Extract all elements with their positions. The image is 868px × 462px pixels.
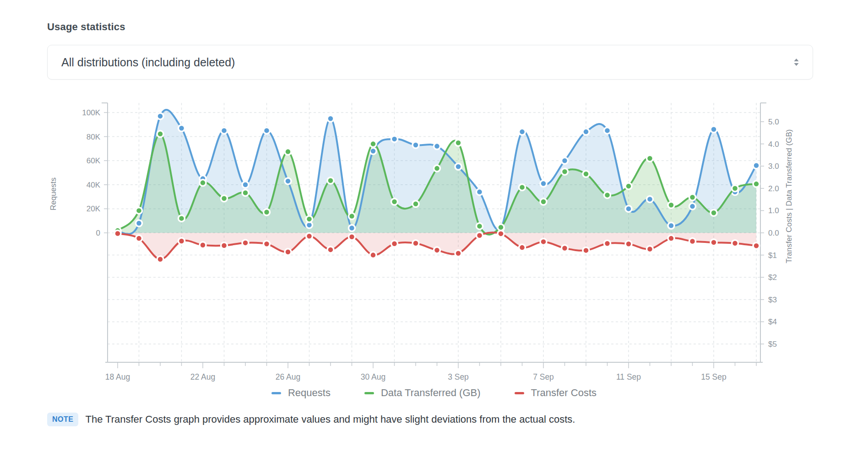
legend-dash-icon — [271, 392, 281, 394]
svg-text:18 Aug: 18 Aug — [105, 372, 130, 381]
svg-text:80K: 80K — [87, 133, 101, 141]
svg-text:7 Sep: 7 Sep — [533, 372, 554, 381]
legend-item-label: Data Transferred (GB) — [381, 387, 481, 399]
distribution-filter-value: All distributions (including deleted) — [61, 56, 235, 69]
right-axis-title: Transfer Costs | Data Transferred (GB) — [785, 129, 793, 263]
legend-item-label: Requests — [288, 387, 331, 399]
svg-text:4.0: 4.0 — [768, 140, 779, 149]
svg-text:5.0: 5.0 — [768, 118, 779, 126]
svg-text:26 Aug: 26 Aug — [276, 372, 301, 381]
svg-text:0.0: 0.0 — [768, 229, 779, 237]
svg-text:11 Sep: 11 Sep — [616, 372, 641, 381]
dropdown-updown-icon — [793, 57, 800, 67]
svg-text:3 Sep: 3 Sep — [448, 372, 469, 381]
usage-statistics-page: Usage statistics All distributions (incl… — [0, 0, 868, 462]
svg-text:$4: $4 — [768, 317, 777, 326]
legend-item-data-transferred-gb[interactable]: Data Transferred (GB) — [364, 387, 481, 399]
svg-text:30 Aug: 30 Aug — [361, 372, 386, 381]
svg-text:40K: 40K — [87, 181, 101, 189]
left-axis-title: Requests — [49, 177, 58, 210]
legend-dash-icon — [515, 392, 524, 394]
svg-text:100K: 100K — [82, 108, 100, 117]
page-title: Usage statistics — [0, 0, 868, 33]
svg-text:22 Aug: 22 Aug — [190, 372, 216, 381]
note-text: The Transfer Costs graph provides approx… — [85, 414, 575, 425]
note-row: NOTE The Transfer Costs graph provides a… — [47, 413, 868, 426]
legend-dash-icon — [364, 392, 374, 394]
svg-text:$5: $5 — [768, 340, 777, 349]
svg-text:$1: $1 — [768, 251, 777, 260]
distribution-filter-dropdown[interactable]: All distributions (including deleted) — [47, 45, 813, 80]
legend-item-label: Transfer Costs — [531, 387, 597, 399]
legend-item-requests[interactable]: Requests — [271, 387, 331, 399]
note-badge: NOTE — [47, 413, 78, 426]
svg-text:$3: $3 — [768, 295, 777, 304]
svg-text:1.0: 1.0 — [768, 206, 779, 215]
svg-text:20K: 20K — [87, 204, 101, 213]
svg-text:15 Sep: 15 Sep — [701, 372, 726, 381]
svg-text:0: 0 — [96, 229, 100, 237]
svg-text:2.0: 2.0 — [768, 184, 779, 193]
svg-text:$2: $2 — [768, 273, 777, 282]
chart-legend: RequestsData Transferred (GB)Transfer Co… — [0, 387, 868, 399]
svg-text:60K: 60K — [87, 156, 101, 165]
usage-chart-svg: 020K40K60K80K100K0.01.02.03.04.05.0$1$2$… — [0, 80, 868, 381]
svg-text:3.0: 3.0 — [768, 162, 779, 171]
legend-item-transfer-costs[interactable]: Transfer Costs — [515, 387, 597, 399]
usage-chart: 020K40K60K80K100K0.01.02.03.04.05.0$1$2$… — [0, 80, 868, 381]
